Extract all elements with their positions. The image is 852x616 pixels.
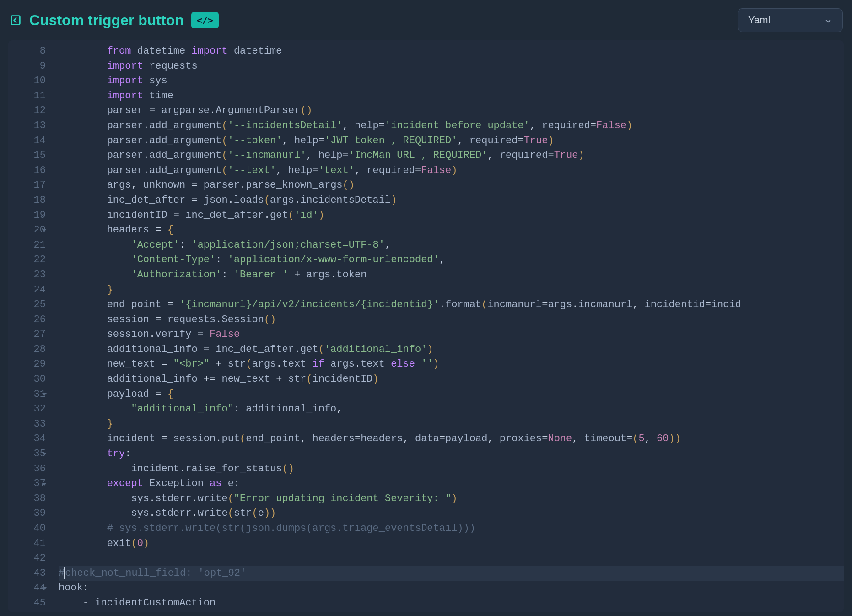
line-number-gutter: 8910111213141516171819202122232425262728… — [8, 40, 52, 612]
code-line[interactable]: args, unknown = parser.parse_known_args(… — [59, 178, 844, 193]
code-line[interactable]: incident.raise_for_status() — [59, 462, 844, 477]
code-line[interactable]: try: — [59, 447, 844, 462]
line-number: 43 — [13, 566, 46, 581]
line-number: 40 — [13, 521, 46, 536]
line-number: 31 — [13, 387, 46, 402]
code-line[interactable]: 'Accept': 'application/json;charset=UTF-… — [59, 238, 844, 253]
line-number: 44 — [13, 581, 46, 596]
chevron-down-icon — [824, 16, 832, 24]
line-number: 28 — [13, 342, 46, 357]
code-line[interactable] — [59, 551, 844, 566]
code-line[interactable]: additional_info = inc_det_after.get('add… — [59, 342, 844, 357]
line-number: 12 — [13, 103, 46, 119]
fold-marker-icon[interactable] — [42, 587, 47, 590]
editor-header: Custom trigger button </> Yaml — [0, 0, 852, 40]
fold-marker-icon[interactable] — [42, 393, 47, 396]
code-line[interactable]: } — [59, 417, 844, 432]
code-area[interactable]: from datetime import datetime import req… — [52, 40, 844, 612]
code-line[interactable]: payload = { — [59, 387, 844, 402]
line-number: 8 — [13, 44, 46, 59]
line-number: 35 — [13, 447, 46, 462]
header-left: Custom trigger button </> — [9, 12, 731, 29]
code-line[interactable]: import requests — [59, 59, 844, 74]
line-number: 19 — [13, 208, 46, 223]
code-line[interactable]: parser.add_argument('--incmanurl', help=… — [59, 148, 844, 163]
page-title: Custom trigger button — [29, 12, 184, 29]
line-number: 27 — [13, 327, 46, 342]
code-line[interactable]: hook: — [59, 581, 844, 596]
line-number: 38 — [13, 492, 46, 507]
code-line[interactable]: # sys.stderr.write(str(json.dumps(args.t… — [59, 521, 844, 536]
line-number: 33 — [13, 417, 46, 432]
code-line[interactable]: incident = session.put(end_point, header… — [59, 432, 844, 447]
line-number: 11 — [13, 89, 46, 104]
code-line[interactable]: import sys — [59, 74, 844, 89]
language-select-value: Yaml — [748, 14, 771, 26]
code-line[interactable]: 'Authorization': 'Bearer ' + args.token — [59, 268, 844, 283]
line-number: 20 — [13, 223, 46, 238]
fold-marker-icon[interactable] — [42, 453, 47, 455]
line-number: 16 — [13, 163, 46, 178]
line-number: 37 — [13, 476, 46, 492]
code-line[interactable]: additional_info += new_text + str(incide… — [59, 372, 844, 387]
line-number: 26 — [13, 313, 46, 328]
line-number: 30 — [13, 372, 46, 387]
code-line[interactable]: from datetime import datetime — [59, 44, 844, 59]
line-number: 29 — [13, 357, 46, 372]
line-number: 14 — [13, 134, 46, 149]
line-number: 34 — [13, 432, 46, 447]
code-line[interactable]: except Exception as e: — [59, 476, 844, 492]
code-line[interactable]: end_point = '{incmanurl}/api/v2/incident… — [59, 297, 844, 313]
back-icon[interactable] — [9, 14, 22, 27]
code-line[interactable]: #check_not_null_field: 'opt_92' — [59, 566, 844, 581]
code-line[interactable]: } — [59, 283, 844, 298]
line-number: 45 — [13, 596, 46, 611]
line-number: 13 — [13, 119, 46, 134]
code-line[interactable]: exit(0) — [59, 536, 844, 551]
line-number: 41 — [13, 536, 46, 551]
language-select[interactable]: Yaml — [738, 8, 843, 32]
line-number: 32 — [13, 402, 46, 417]
fold-marker-icon[interactable] — [42, 483, 47, 486]
code-line[interactable]: parser.add_argument('--incidentsDetail',… — [59, 119, 844, 134]
line-number: 22 — [13, 253, 46, 268]
code-line[interactable]: sys.stderr.write("Error updating inciden… — [59, 492, 844, 507]
line-number: 17 — [13, 178, 46, 193]
line-number: 21 — [13, 238, 46, 253]
code-editor[interactable]: 8910111213141516171819202122232425262728… — [8, 40, 844, 612]
code-line[interactable]: import time — [59, 89, 844, 104]
code-line[interactable]: "additional_info": additional_info, — [59, 402, 844, 417]
line-number: 42 — [13, 551, 46, 566]
code-line[interactable]: - incidentCustomAction — [59, 596, 844, 611]
code-line[interactable]: session = requests.Session() — [59, 313, 844, 328]
code-line[interactable]: inc_det_after = json.loads(args.incident… — [59, 193, 844, 208]
fold-marker-icon[interactable] — [42, 229, 47, 232]
line-number: 39 — [13, 506, 46, 521]
line-number: 15 — [13, 148, 46, 163]
line-number: 10 — [13, 74, 46, 89]
line-number: 23 — [13, 268, 46, 283]
code-line[interactable]: sys.stderr.write(str(e)) — [59, 506, 844, 521]
code-line[interactable]: parser = argparse.ArgumentParser() — [59, 103, 844, 119]
line-number: 24 — [13, 283, 46, 298]
code-line[interactable]: session.verify = False — [59, 327, 844, 342]
code-line[interactable]: new_text = "<br>" + str(args.text if arg… — [59, 357, 844, 372]
code-line[interactable]: incidentID = inc_det_after.get('id') — [59, 208, 844, 223]
line-number: 18 — [13, 193, 46, 208]
code-toggle-button[interactable]: </> — [191, 12, 219, 28]
line-number: 9 — [13, 59, 46, 74]
line-number: 25 — [13, 297, 46, 313]
code-line[interactable]: parser.add_argument('--token', help='JWT… — [59, 134, 844, 149]
code-line[interactable]: parser.add_argument('--text', help='text… — [59, 163, 844, 178]
svg-rect-0 — [11, 16, 20, 25]
line-number: 36 — [13, 462, 46, 477]
code-line[interactable]: 'Content-Type': 'application/x-www-form-… — [59, 253, 844, 268]
code-line[interactable]: headers = { — [59, 223, 844, 238]
